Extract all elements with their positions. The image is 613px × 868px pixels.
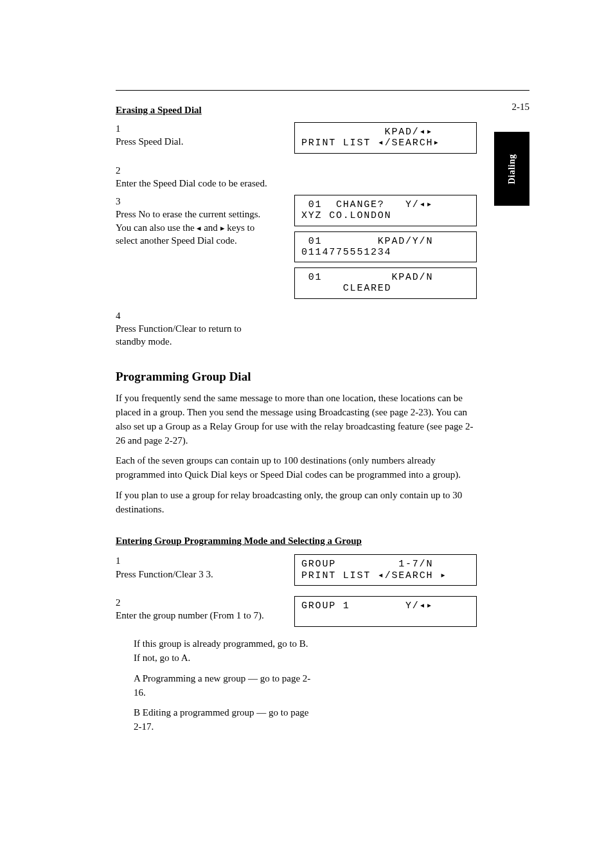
group-step2-text: Enter the group number (From 1 to 7). (116, 609, 269, 622)
side-tab-label: Dialing (506, 154, 517, 184)
erase-step3-a: Press No to erase the current (116, 209, 229, 219)
lcd2-l2: XYZ CO.LONDON (301, 210, 391, 221)
page-number: 2-15 (512, 102, 530, 113)
lcd1-l2: PRINT LIST ◂/SEARCH▸ (301, 138, 440, 149)
lcd-display-6: GROUP 1 Y/◂▸ (294, 596, 477, 628)
lcd3-l1: 01 KPAD/Y/N (301, 236, 433, 247)
lcd5-l2: PRINT LIST ◂/SEARCH ▸ (301, 570, 447, 581)
group-step1-text: Press Function/Clear 3 3. (116, 568, 269, 581)
side-tab: Dialing (494, 132, 529, 206)
lcd-display-3: 01 KPAD/Y/N 0114775551234 (294, 231, 477, 263)
group-cont: If this group is already programmed, go … (134, 637, 312, 665)
group-a-line: A Programming a new group — go to page 2… (134, 672, 312, 700)
lcd-display-1: KPAD/◂▸ PRINT LIST ◂/SEARCH▸ (294, 122, 477, 154)
lcd6-l2 (301, 611, 308, 622)
lcd3-l2: 0114775551234 (301, 247, 391, 258)
lcd1-l1: KPAD/◂▸ (301, 127, 433, 138)
lcd4-l2: CLEARED (301, 283, 391, 294)
lcd2-l1: 01 CHANGE? Y/◂▸ (301, 199, 433, 210)
erase-step3-b: and (204, 222, 220, 233)
lcd6-l1: GROUP 1 Y/◂▸ (301, 601, 433, 611)
erase-step2-num: 2 (116, 164, 134, 177)
erase-step1-num: 1 (116, 122, 134, 135)
top-rule (116, 90, 529, 91)
erase-step1-text: Press Speed Dial. (116, 135, 269, 148)
group-step1-num: 1 (116, 554, 134, 567)
erase-heading: Erasing a Speed Dial (116, 105, 529, 116)
erase-step3-text: Press No to erase the current settings. … (116, 208, 269, 247)
group-sub-heading: Entering Group Programming Mode and Sele… (116, 536, 529, 547)
erase-step4-text: Press Function/Clear to return to standb… (116, 322, 269, 348)
lcd5-l1: GROUP 1-7/N (301, 559, 433, 570)
group-heading: Programming Group Dial (116, 370, 529, 384)
group-b-line: B Editing a programmed group — go to pag… (134, 706, 312, 734)
erase-step2-text: Enter the Speed Dial code to be erased. (116, 177, 269, 190)
erase-step3-num: 3 (116, 195, 134, 208)
lcd-display-2: 01 CHANGE? Y/◂▸ XYZ CO.LONDON (294, 195, 477, 226)
group-p1: If you frequently send the same message … (116, 392, 475, 448)
group-step2-num: 2 (116, 596, 134, 609)
triangle-left-icon: ◂ (197, 223, 201, 233)
group-p2: Each of the seven groups can contain up … (116, 454, 475, 482)
lcd-display-5: GROUP 1-7/N PRINT LIST ◂/SEARCH ▸ (294, 554, 477, 586)
triangle-right-icon: ▸ (220, 223, 225, 233)
group-p3: If you plan to use a group for relay bro… (116, 489, 475, 517)
lcd4-l1: 01 KPAD/N (301, 272, 433, 283)
lcd-display-4: 01 KPAD/N CLEARED (294, 267, 477, 299)
erase-step4-num: 4 (116, 309, 134, 322)
